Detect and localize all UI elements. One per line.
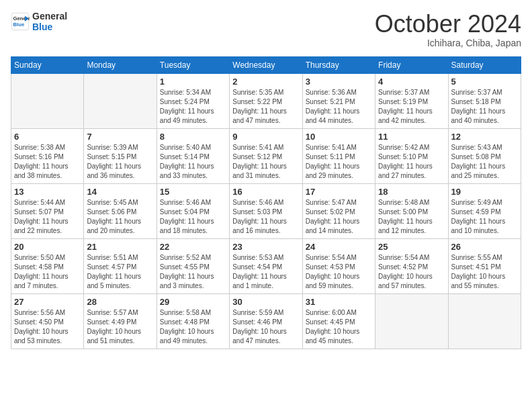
calendar-cell: 15Sunrise: 5:46 AM Sunset: 5:04 PM Dayli… [157, 183, 229, 238]
weekday-header: Friday [375, 56, 448, 73]
day-number: 11 [378, 132, 445, 142]
calendar-cell: 1Sunrise: 5:34 AM Sunset: 5:24 PM Daylig… [157, 73, 229, 128]
day-info: Sunrise: 5:57 AM Sunset: 4:49 PM Dayligh… [87, 308, 153, 346]
day-info: Sunrise: 5:47 AM Sunset: 5:02 PM Dayligh… [306, 198, 372, 236]
day-info: Sunrise: 5:42 AM Sunset: 5:10 PM Dayligh… [378, 143, 445, 181]
calendar-cell: 26Sunrise: 5:55 AM Sunset: 4:51 PM Dayli… [448, 238, 521, 293]
weekday-header: Thursday [302, 56, 375, 73]
day-number: 22 [160, 242, 226, 252]
day-number: 7 [87, 132, 153, 142]
day-info: Sunrise: 5:54 AM Sunset: 4:53 PM Dayligh… [306, 253, 372, 291]
calendar-cell: 2Sunrise: 5:35 AM Sunset: 5:22 PM Daylig… [230, 73, 302, 128]
day-number: 18 [378, 187, 445, 197]
svg-text:Blue: Blue [13, 21, 25, 28]
day-info: Sunrise: 5:56 AM Sunset: 4:50 PM Dayligh… [14, 308, 81, 346]
day-number: 4 [378, 77, 445, 87]
calendar-cell [84, 73, 157, 128]
calendar-cell: 31Sunrise: 6:00 AM Sunset: 4:45 PM Dayli… [302, 293, 375, 349]
day-info: Sunrise: 5:35 AM Sunset: 5:22 PM Dayligh… [232, 88, 299, 126]
calendar-week-row: 1Sunrise: 5:34 AM Sunset: 5:24 PM Daylig… [11, 73, 521, 128]
weekday-header: Monday [84, 56, 157, 73]
day-info: Sunrise: 5:55 AM Sunset: 4:51 PM Dayligh… [451, 253, 518, 291]
calendar-table: SundayMondayTuesdayWednesdayThursdayFrid… [11, 56, 521, 349]
day-number: 1 [160, 77, 226, 87]
day-number: 20 [14, 242, 81, 252]
day-number: 2 [232, 77, 299, 87]
day-number: 10 [306, 132, 372, 142]
calendar-cell: 5Sunrise: 5:37 AM Sunset: 5:18 PM Daylig… [448, 73, 521, 128]
calendar-week-row: 27Sunrise: 5:56 AM Sunset: 4:50 PM Dayli… [11, 293, 521, 349]
location: Ichihara, Chiba, Japan [375, 38, 521, 48]
day-info: Sunrise: 5:38 AM Sunset: 5:16 PM Dayligh… [14, 143, 81, 181]
day-number: 23 [232, 242, 299, 252]
day-info: Sunrise: 5:34 AM Sunset: 5:24 PM Dayligh… [160, 88, 226, 126]
calendar-cell: 29Sunrise: 5:58 AM Sunset: 4:48 PM Dayli… [157, 293, 229, 349]
day-number: 28 [87, 297, 153, 307]
day-number: 29 [160, 297, 226, 307]
weekday-header: Sunday [11, 56, 84, 73]
calendar-cell: 13Sunrise: 5:44 AM Sunset: 5:07 PM Dayli… [11, 183, 84, 238]
calendar-cell: 8Sunrise: 5:40 AM Sunset: 5:14 PM Daylig… [157, 128, 229, 183]
day-number: 26 [451, 242, 518, 252]
calendar-cell: 25Sunrise: 5:54 AM Sunset: 4:52 PM Dayli… [375, 238, 448, 293]
calendar-cell: 20Sunrise: 5:50 AM Sunset: 4:58 PM Dayli… [11, 238, 84, 293]
day-info: Sunrise: 5:36 AM Sunset: 5:21 PM Dayligh… [306, 88, 372, 126]
day-info: Sunrise: 5:48 AM Sunset: 5:00 PM Dayligh… [378, 198, 445, 236]
day-number: 16 [232, 187, 299, 197]
logo-icon: General Blue [11, 12, 30, 31]
calendar-cell: 11Sunrise: 5:42 AM Sunset: 5:10 PM Dayli… [375, 128, 448, 183]
day-info: Sunrise: 5:43 AM Sunset: 5:08 PM Dayligh… [451, 143, 518, 181]
day-number: 30 [232, 297, 299, 307]
day-number: 12 [451, 132, 518, 142]
day-info: Sunrise: 5:44 AM Sunset: 5:07 PM Dayligh… [14, 198, 81, 236]
weekday-header: Wednesday [230, 56, 302, 73]
day-info: Sunrise: 5:54 AM Sunset: 4:52 PM Dayligh… [378, 253, 445, 291]
day-number: 13 [14, 187, 81, 197]
day-number: 5 [451, 77, 518, 87]
day-info: Sunrise: 5:39 AM Sunset: 5:15 PM Dayligh… [87, 143, 153, 181]
weekday-header: Tuesday [157, 56, 229, 73]
calendar-cell: 4Sunrise: 5:37 AM Sunset: 5:19 PM Daylig… [375, 73, 448, 128]
weekday-header-row: SundayMondayTuesdayWednesdayThursdayFrid… [11, 56, 521, 73]
day-info: Sunrise: 5:45 AM Sunset: 5:06 PM Dayligh… [87, 198, 153, 236]
calendar-cell: 21Sunrise: 5:51 AM Sunset: 4:57 PM Dayli… [84, 238, 157, 293]
day-info: Sunrise: 5:51 AM Sunset: 4:57 PM Dayligh… [87, 253, 153, 291]
calendar-cell: 23Sunrise: 5:53 AM Sunset: 4:54 PM Dayli… [230, 238, 302, 293]
day-number: 17 [306, 187, 372, 197]
day-info: Sunrise: 5:49 AM Sunset: 4:59 PM Dayligh… [451, 198, 518, 236]
calendar-cell [375, 293, 448, 349]
day-number: 6 [14, 132, 81, 142]
weekday-header: Saturday [448, 56, 521, 73]
day-number: 15 [160, 187, 226, 197]
calendar-cell: 17Sunrise: 5:47 AM Sunset: 5:02 PM Dayli… [302, 183, 375, 238]
calendar-cell: 16Sunrise: 5:46 AM Sunset: 5:03 PM Dayli… [230, 183, 302, 238]
page-header: General Blue General Blue October 2024 I… [11, 11, 521, 48]
day-info: Sunrise: 5:53 AM Sunset: 4:54 PM Dayligh… [232, 253, 299, 291]
calendar-week-row: 20Sunrise: 5:50 AM Sunset: 4:58 PM Dayli… [11, 238, 521, 293]
calendar-cell: 9Sunrise: 5:41 AM Sunset: 5:12 PM Daylig… [230, 128, 302, 183]
calendar-cell: 28Sunrise: 5:57 AM Sunset: 4:49 PM Dayli… [84, 293, 157, 349]
calendar-cell: 24Sunrise: 5:54 AM Sunset: 4:53 PM Dayli… [302, 238, 375, 293]
logo-text-general: General [32, 11, 67, 21]
calendar-cell: 30Sunrise: 5:59 AM Sunset: 4:46 PM Dayli… [230, 293, 302, 349]
calendar-cell: 19Sunrise: 5:49 AM Sunset: 4:59 PM Dayli… [448, 183, 521, 238]
calendar-cell [448, 293, 521, 349]
day-info: Sunrise: 5:50 AM Sunset: 4:58 PM Dayligh… [14, 253, 81, 291]
logo: General Blue General Blue [11, 11, 67, 32]
day-info: Sunrise: 5:59 AM Sunset: 4:46 PM Dayligh… [232, 308, 299, 346]
day-number: 3 [306, 77, 372, 87]
day-info: Sunrise: 5:37 AM Sunset: 5:18 PM Dayligh… [451, 88, 518, 126]
day-number: 31 [306, 297, 372, 307]
calendar-cell [11, 73, 84, 128]
calendar-cell: 3Sunrise: 5:36 AM Sunset: 5:21 PM Daylig… [302, 73, 375, 128]
day-info: Sunrise: 5:58 AM Sunset: 4:48 PM Dayligh… [160, 308, 226, 346]
calendar-cell: 22Sunrise: 5:52 AM Sunset: 4:55 PM Dayli… [157, 238, 229, 293]
day-number: 9 [232, 132, 299, 142]
calendar-cell: 14Sunrise: 5:45 AM Sunset: 5:06 PM Dayli… [84, 183, 157, 238]
calendar-cell: 10Sunrise: 5:41 AM Sunset: 5:11 PM Dayli… [302, 128, 375, 183]
calendar-cell: 12Sunrise: 5:43 AM Sunset: 5:08 PM Dayli… [448, 128, 521, 183]
day-number: 19 [451, 187, 518, 197]
day-number: 21 [87, 242, 153, 252]
calendar-cell: 7Sunrise: 5:39 AM Sunset: 5:15 PM Daylig… [84, 128, 157, 183]
calendar-cell: 6Sunrise: 5:38 AM Sunset: 5:16 PM Daylig… [11, 128, 84, 183]
